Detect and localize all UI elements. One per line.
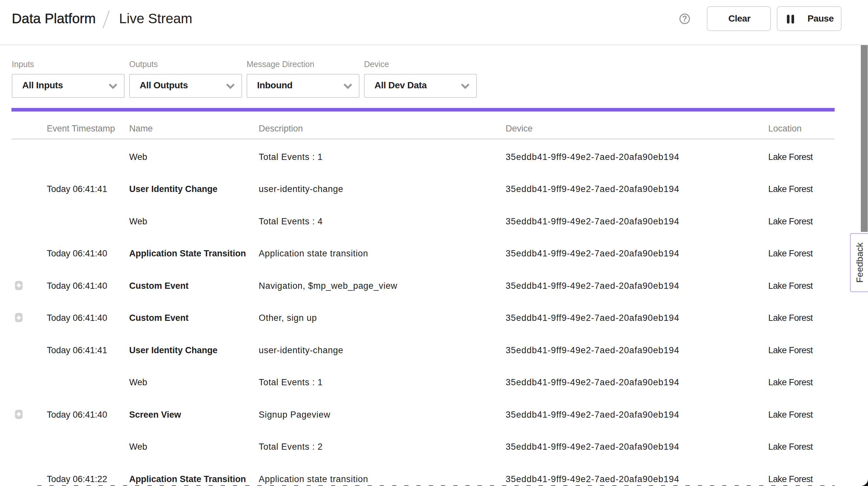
svg-text:?: ? — [682, 14, 687, 23]
